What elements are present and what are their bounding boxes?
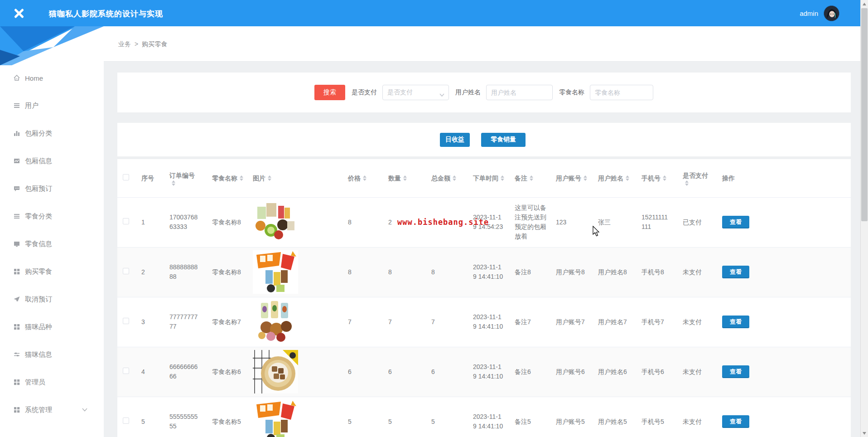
sidebar-item-label: 猫咪品种: [25, 323, 52, 331]
sort-carets-icon[interactable]: [626, 175, 629, 181]
sidebar-item-menu-8[interactable]: 取消预订: [0, 290, 104, 308]
sidebar-item-label: 取消预订: [25, 295, 52, 304]
snack-photo-assorted-snacks: [253, 200, 298, 244]
sidebar-item-label: 包厢分类: [25, 129, 52, 138]
pay-status-select[interactable]: 是否支付: [382, 85, 449, 100]
pay-filter-label: 是否支付: [352, 88, 377, 97]
row-checkbox[interactable]: [123, 268, 129, 274]
row-checkbox[interactable]: [123, 318, 129, 324]
sort-carets-icon[interactable]: [530, 175, 533, 181]
orders-table: 序号订单编号零食名称图片价格数量总金额下单时间备注用户账号用户姓名手机号是否支付…: [117, 159, 851, 437]
scrollbar-thumb[interactable]: [861, 8, 868, 221]
cell-index: 3: [136, 297, 164, 347]
view-button[interactable]: 查看: [722, 415, 749, 428]
sidebar-item-menu-6[interactable]: 零食信息: [0, 235, 104, 253]
sidebar-item-menu-10[interactable]: 猫咪信息: [0, 345, 104, 364]
column-header-image[interactable]: 图片: [247, 159, 342, 197]
column-header-phone[interactable]: 手机号: [636, 159, 677, 197]
column-header-snack[interactable]: 零食名称: [207, 159, 247, 197]
cell-select: [117, 347, 136, 397]
sort-carets-icon[interactable]: [240, 175, 243, 181]
table-body: 11700376863333零食名称8 822023-11-19 14:54:2…: [117, 197, 851, 437]
sidebar-item-menu-9[interactable]: 猫咪品种: [0, 318, 104, 336]
sidebar-item-label: Home: [25, 74, 43, 82]
sidebar-item-home[interactable]: Home: [0, 69, 104, 87]
sidebar-item-label: 系统管理: [25, 406, 52, 414]
sort-carets-icon[interactable]: [501, 175, 504, 181]
bar-chart-icon: [13, 130, 20, 137]
column-label: 图片: [253, 173, 265, 183]
sort-carets-icon[interactable]: [685, 180, 689, 186]
topbar-user-area[interactable]: admin: [800, 0, 839, 26]
table-row: 37777777777零食名称7 7772023-11-19 14:41:10备…: [117, 297, 851, 347]
column-header-select[interactable]: [117, 159, 136, 197]
cell-price: 8: [342, 197, 383, 247]
table-row: 28888888888零食名称8 8882023-11-19 14:41:10备…: [117, 247, 851, 297]
view-button[interactable]: 查看: [722, 216, 749, 228]
sliders-icon: [13, 351, 20, 359]
sidebar-menu: Home用户包厢分类包厢信息包厢预订零食分类零食信息购买零食取消预订猫咪品种猫咪…: [0, 69, 104, 428]
cell-ops: 查看: [717, 297, 851, 347]
sidebar-item-menu-4[interactable]: 包厢预订: [0, 180, 104, 198]
scroll-up-icon[interactable]: [861, 0, 868, 8]
home-icon: [13, 74, 20, 82]
snack-photo-cracker-bowl: [253, 350, 298, 393]
scroll-down-icon[interactable]: [861, 429, 868, 437]
cell-select: [117, 197, 136, 247]
username-filter-input[interactable]: [486, 85, 553, 100]
select-all-checkbox[interactable]: [123, 174, 129, 180]
row-checkbox[interactable]: [123, 418, 129, 424]
column-label: 用户账号: [556, 173, 581, 183]
view-button[interactable]: 查看: [722, 316, 749, 328]
row-checkbox[interactable]: [123, 368, 129, 374]
column-header-paid[interactable]: 是否支付: [677, 159, 717, 197]
snack-filter-input[interactable]: [590, 85, 653, 100]
column-label: 总金额: [431, 173, 450, 183]
sidebar-item-menu-11[interactable]: 管理员: [0, 373, 104, 391]
sort-carets-icon[interactable]: [663, 175, 666, 181]
cell-account: 用户账号8: [550, 247, 593, 297]
sidebar-item-menu-12[interactable]: 系统管理: [0, 401, 104, 419]
row-checkbox[interactable]: [123, 218, 129, 224]
column-header-name[interactable]: 用户姓名: [593, 159, 636, 197]
sidebar-item-menu-5[interactable]: 零食分类: [0, 207, 104, 225]
sidebar-item-menu-2[interactable]: 包厢分类: [0, 124, 104, 142]
sidebar-item-label: 包厢预订: [25, 185, 52, 193]
sort-carets-icon[interactable]: [363, 175, 366, 181]
cell-image: [247, 247, 342, 297]
column-header-total[interactable]: 总金额: [426, 159, 468, 197]
cell-image: [247, 297, 342, 347]
column-header-qty[interactable]: 数量: [383, 159, 426, 197]
breadcrumb-section[interactable]: 业务: [118, 40, 131, 49]
sort-carets-icon[interactable]: [583, 175, 587, 181]
snack-sales-button[interactable]: 零食销量: [481, 133, 526, 147]
cell-account: 123: [550, 197, 593, 247]
column-header-order[interactable]: 订单编号: [164, 159, 207, 197]
vertical-scrollbar[interactable]: [860, 0, 868, 437]
sort-carets-icon[interactable]: [268, 175, 271, 181]
sidebar-item-label: 零食分类: [25, 212, 52, 221]
column-header-account[interactable]: 用户账号: [550, 159, 593, 197]
column-header-time[interactable]: 下单时间: [468, 159, 509, 197]
daily-revenue-button[interactable]: 日收益: [440, 133, 470, 147]
sort-carets-icon[interactable]: [403, 175, 407, 181]
sidebar-item-menu-3[interactable]: 包厢信息: [0, 152, 104, 170]
cell-account: 用户账号5: [550, 397, 593, 437]
view-button[interactable]: 查看: [722, 266, 749, 278]
sidebar-item-label: 包厢信息: [25, 157, 52, 165]
table-row: 46666666666零食名称6 6662023-11-19 14:41:10备…: [117, 347, 851, 397]
cell-note: 备注5: [509, 397, 550, 437]
cell-account: 用户账号7: [550, 297, 593, 347]
sort-carets-icon[interactable]: [172, 180, 175, 186]
sidebar-item-menu-7[interactable]: 购买零食: [0, 262, 104, 281]
column-header-price[interactable]: 价格: [342, 159, 383, 197]
avatar[interactable]: [824, 5, 839, 21]
app-logo-x-icon[interactable]: [14, 8, 24, 19]
column-header-note[interactable]: 备注: [509, 159, 550, 197]
sidebar-item-menu-1[interactable]: 用户: [0, 97, 104, 115]
search-button[interactable]: 搜索: [314, 85, 345, 100]
column-label: 序号: [141, 173, 154, 183]
sort-carets-icon[interactable]: [453, 175, 456, 181]
menu-lines-icon: [13, 213, 20, 220]
view-button[interactable]: 查看: [722, 365, 749, 378]
